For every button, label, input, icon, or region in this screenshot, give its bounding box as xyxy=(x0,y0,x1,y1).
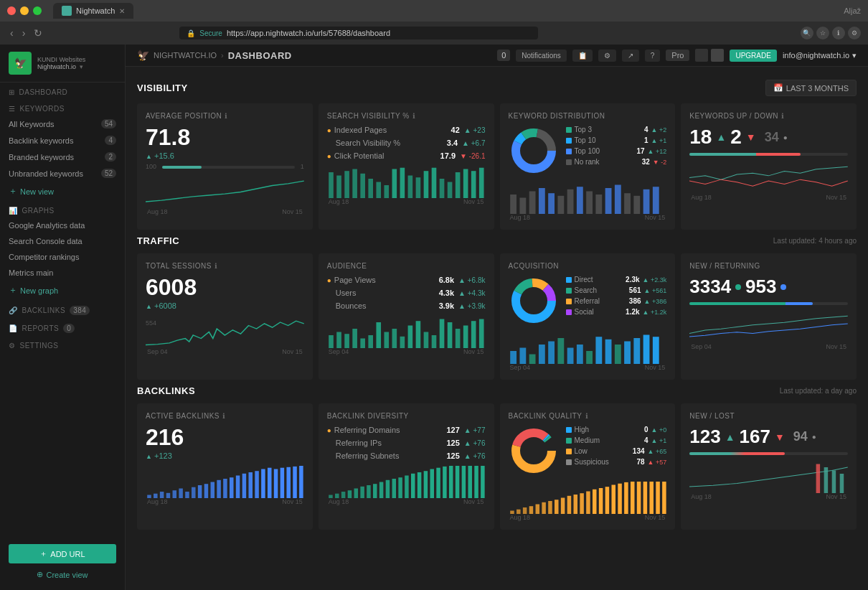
sidebar-item-search-console[interactable]: Search Console data xyxy=(0,233,125,249)
ref-domains-value: 127 xyxy=(446,426,459,434)
create-view-action[interactable]: ⊕ Create view xyxy=(9,566,116,583)
copy-button[interactable]: 📋 xyxy=(572,50,593,62)
avg-position-info[interactable]: ℹ xyxy=(225,112,228,120)
sessions-arrow xyxy=(146,301,152,310)
bl-referring-subnets: Referring Subnets 125 ▲ +76 xyxy=(327,451,486,460)
svg-rect-67 xyxy=(538,345,544,364)
refresh-button[interactable]: ↻ xyxy=(31,26,45,40)
svg-rect-54 xyxy=(439,319,444,349)
svg-rect-27 xyxy=(538,188,544,214)
svg-rect-31 xyxy=(576,187,582,214)
active-bl-change: +123 xyxy=(146,451,304,460)
svg-rect-14 xyxy=(439,179,444,198)
topbar-breadcrumb: 🦅 NIGHTWATCH.IO › DASHBOARD xyxy=(137,50,292,61)
svg-rect-115 xyxy=(392,479,396,498)
social-change: ▲ +1.2k xyxy=(643,309,667,316)
sidebar-item-google-analytics[interactable]: Google Analytics data xyxy=(0,217,125,233)
total-sessions-title: TOTAL SESSIONS ℹ xyxy=(146,262,304,270)
svg-rect-91 xyxy=(217,480,221,498)
sidebar-item-metrics-main[interactable]: Metrics main xyxy=(0,265,125,281)
search-change: ▲ +561 xyxy=(644,287,667,294)
indexed-label: Indexed Pages xyxy=(334,126,451,134)
svg-rect-72 xyxy=(586,351,593,364)
browser-tab[interactable]: Nightwatch ✕ xyxy=(53,3,133,19)
list-view-icon[interactable] xyxy=(711,49,724,62)
sidebar-item-branded-keywords[interactable]: Branded keywords 2 xyxy=(0,149,125,165)
sidebar-header-graphs: 📊 GRAPHS xyxy=(0,201,125,217)
search-vis-chart: Aug 18 Nov 15 xyxy=(327,166,486,205)
forward-button[interactable]: › xyxy=(19,26,29,40)
minimize-dot[interactable] xyxy=(20,6,29,15)
search-vis-info[interactable]: ℹ xyxy=(412,112,416,120)
pageviews-value: 6.8k xyxy=(439,276,454,284)
svg-rect-34 xyxy=(605,188,611,214)
kud-down-value: 2 xyxy=(730,126,742,149)
nl-last-value: 94 xyxy=(793,429,808,444)
svg-rect-74 xyxy=(605,340,611,364)
active-bl-chart: Aug 18 Nov 15 xyxy=(146,466,304,505)
svg-rect-15 xyxy=(448,182,453,199)
notifications-button[interactable]: Notifications xyxy=(516,50,566,62)
bookmark-icon[interactable]: ☆ xyxy=(816,27,829,39)
svg-rect-155 xyxy=(643,482,647,514)
settings-button[interactable]: ⚙ xyxy=(598,50,616,62)
kud-title: KEYWORDS UP / DOWN ℹ xyxy=(689,112,848,120)
bl-quality-info[interactable]: ℹ xyxy=(585,412,589,420)
sidebar-item-backlink-keywords[interactable]: Backlink keywords 4 xyxy=(0,132,125,149)
svg-rect-73 xyxy=(595,337,602,364)
svg-rect-75 xyxy=(614,345,621,364)
legend-top10: Top 10 1 ▲ +1 xyxy=(566,136,667,144)
svg-rect-76 xyxy=(624,342,631,365)
svg-rect-79 xyxy=(652,337,659,364)
close-dot[interactable] xyxy=(7,6,16,15)
notification-count: 0 xyxy=(497,50,510,61)
browser-chrome: Nightwatch ✕ Aljaž ‹ › ↻ 🔒 Secure https:… xyxy=(0,0,868,45)
svg-rect-78 xyxy=(643,335,649,365)
sidebar: 🦅 KUNDI Websites Nightwatch.io ▾ ⊞ DASHB… xyxy=(0,45,126,590)
sidebar-item-all-keywords[interactable]: All Keywords 54 xyxy=(0,116,125,132)
nl-new-value: 123 xyxy=(689,426,720,448)
help-button[interactable]: ? xyxy=(645,50,661,62)
total-sessions-card: TOTAL SESSIONS ℹ 6008 +6008 554 xyxy=(137,253,313,380)
tab-close-icon[interactable]: ✕ xyxy=(119,7,125,15)
legend-referral: Referral 386 ▲ +386 xyxy=(566,297,667,305)
upgrade-button[interactable]: UPGRADE xyxy=(730,50,776,62)
nl-numbers: 123 ▲ 167 ▼ 94 ● xyxy=(689,426,848,448)
search-toolbar-icon[interactable]: 🔍 xyxy=(801,27,813,39)
nl-chart-dates: Aug 18 Nov 15 xyxy=(689,493,848,500)
audience-title: AUDIENCE xyxy=(327,262,486,270)
ref-domains-label: Referring Domains xyxy=(334,426,447,434)
grid-view-icon[interactable] xyxy=(695,49,708,62)
maximize-dot[interactable] xyxy=(33,6,42,15)
svg-rect-119 xyxy=(418,472,422,498)
sidebar-action-new-graph[interactable]: ＋ New graph xyxy=(0,281,125,300)
svg-rect-84 xyxy=(173,490,177,498)
active-bl-info[interactable]: ℹ xyxy=(222,412,226,420)
sidebar-item-unbranded-keywords[interactable]: Unbranded keywords 52 xyxy=(0,165,125,182)
audience-pageviews: ● Page Views 6.8k ▲ +6.8k xyxy=(327,276,486,284)
svg-rect-108 xyxy=(347,490,352,498)
kud-info[interactable]: ℹ xyxy=(781,112,785,120)
svg-rect-52 xyxy=(423,332,428,349)
back-button[interactable]: ‹ xyxy=(7,26,16,40)
bl-diversity-rows: ● Referring Domains 127 ▲ +77 Referring … xyxy=(327,426,486,460)
dropdown-arrow[interactable]: ▾ xyxy=(80,63,83,70)
sidebar-header-backlinks: 🔗 BACKLINKS 384 xyxy=(0,300,125,318)
backlinks-label: BACKLINKS xyxy=(22,306,66,314)
indexed-change: ▲ +23 xyxy=(464,126,486,134)
legend-search: Search 561 ▲ +561 xyxy=(566,286,667,294)
sidebar-item-competitor-rankings[interactable]: Competitor rankings xyxy=(0,249,125,265)
date-range-button[interactable]: 📅 LAST 3 MONTHS xyxy=(765,80,857,96)
sessions-info[interactable]: ℹ xyxy=(214,262,218,270)
nr-progress xyxy=(689,302,848,305)
address-bar[interactable]: 🔒 Secure https://app.nightwatch.io/urls/… xyxy=(179,27,538,39)
sidebar-action-new-view[interactable]: ＋ New view xyxy=(0,182,125,201)
info-icon[interactable]: ℹ xyxy=(832,27,845,39)
settings-icon[interactable]: ⚙ xyxy=(848,27,861,39)
user-menu[interactable]: info@nightwatch.io ▾ xyxy=(783,51,857,60)
svg-rect-46 xyxy=(376,322,381,348)
add-url-button[interactable]: ＋ ADD URL xyxy=(9,544,116,563)
svg-rect-11 xyxy=(415,177,420,198)
share-button[interactable]: ↗ xyxy=(622,50,639,62)
toolbar-icons: 🔍 ☆ ℹ ⚙ xyxy=(801,27,861,39)
